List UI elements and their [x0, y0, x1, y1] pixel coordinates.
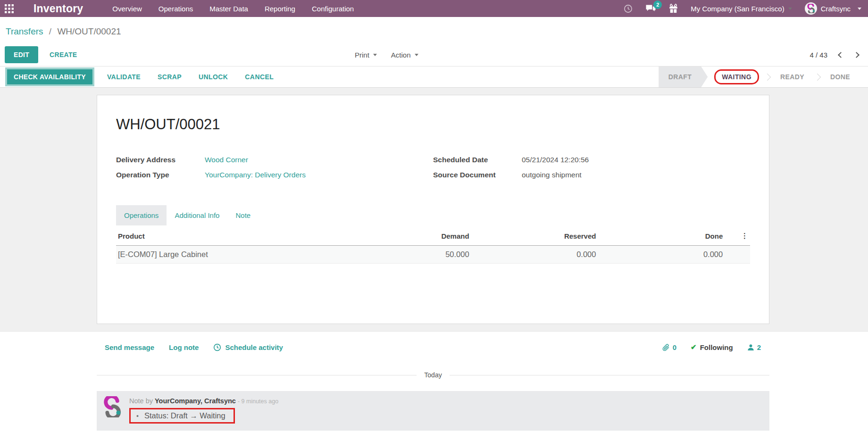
state-done[interactable]: DONE [819, 67, 861, 87]
following-button[interactable]: ✔ Following [691, 343, 733, 351]
check-icon: ✔ [691, 343, 697, 351]
tab-note[interactable]: Note [227, 205, 259, 225]
cell-reserved[interactable]: 0.000 [471, 246, 598, 264]
message-body: Status: Draft → Waiting [144, 411, 225, 420]
create-button[interactable]: CREATE [43, 46, 83, 63]
menu-reporting[interactable]: Reporting [265, 4, 295, 14]
messages-badge: 2 [653, 0, 662, 9]
scheduled-date-label: Scheduled Date [433, 155, 522, 165]
gift-icon[interactable] [669, 4, 678, 13]
tab-operations[interactable]: Operations [116, 205, 167, 225]
menu-overview[interactable]: Overview [112, 4, 142, 14]
cancel-button[interactable]: CANCEL [238, 69, 281, 84]
state-ready[interactable]: READY [769, 67, 816, 87]
cell-demand[interactable]: 50.000 [344, 246, 471, 264]
operations-table: Product Demand Reserved Done ⋮ [E-COM07]… [116, 226, 750, 264]
print-dropdown[interactable]: Print [355, 51, 377, 59]
log-note-button[interactable]: Log note [169, 343, 199, 351]
breadcrumb-current: WH/OUT/00021 [57, 26, 121, 36]
main-menu: Overview Operations Master Data Reportin… [112, 4, 354, 14]
form-sheet: WH/OUT/00021 Delivery Address Wood Corne… [97, 95, 769, 324]
schedule-activity-button[interactable]: Schedule activity [213, 343, 283, 351]
operation-type-label: Operation Type [116, 170, 205, 180]
validate-button[interactable]: VALIDATE [100, 69, 148, 84]
author-avatar[interactable] [101, 396, 123, 417]
state-pipeline: DRAFT WAITING READY DONE [659, 67, 868, 87]
paperclip-icon [662, 343, 670, 351]
scrap-button[interactable]: SCRAP [150, 69, 189, 84]
follower-count: 2 [757, 343, 761, 351]
bullet-icon: • [136, 412, 139, 420]
form-content: WH/OUT/00021 Delivery Address Wood Corne… [0, 88, 868, 331]
person-icon [747, 344, 754, 351]
annotation-highlight: • Status: Draft → Waiting [129, 408, 235, 424]
cell-product[interactable]: [E-COM07] Large Cabinet [116, 246, 344, 264]
user-menu[interactable]: Craftsync [805, 2, 861, 15]
send-message-button[interactable]: Send message [105, 343, 154, 351]
followers-button[interactable]: 2 [747, 343, 761, 351]
source-document-value: outgoing shipment [522, 170, 582, 180]
table-row[interactable]: [E-COM07] Large Cabinet 50.000 0.000 0.0… [116, 246, 750, 264]
activities-clock-icon[interactable] [624, 4, 633, 13]
delivery-address-label: Delivery Address [116, 155, 205, 165]
chatter-message: Note by YourCompany, Craftsync - 9 minut… [97, 391, 769, 431]
date-divider: Today [97, 371, 769, 379]
delivery-address-value[interactable]: Wood Corner [205, 155, 248, 165]
messages-icon[interactable]: 2 [645, 4, 656, 13]
scheduled-date-value: 05/21/2024 12:20:56 [522, 155, 589, 165]
company-name: My Company (San Francisco) [691, 5, 784, 13]
chevron-down-icon [858, 8, 861, 10]
source-document-label: Source Document [433, 170, 522, 180]
operation-type-value[interactable]: YourCompany: Delivery Orders [205, 170, 306, 180]
pager-value: 4 / 43 [810, 51, 827, 59]
check-availability-button[interactable]: CHECK AVAILABILITY [7, 69, 92, 84]
breadcrumb-separator: / [49, 26, 51, 36]
action-dropdown[interactable]: Action [391, 51, 418, 59]
attachments-button[interactable]: 0 [662, 343, 676, 351]
breadcrumb: Transfers / WH/OUT/00021 [6, 26, 868, 37]
app-title[interactable]: Inventory [33, 2, 83, 15]
statusbar: CHECK AVAILABILITY VALIDATE SCRAP UNLOCK… [0, 66, 868, 88]
chevron-down-icon [415, 54, 418, 56]
menu-operations[interactable]: Operations [159, 4, 193, 14]
control-panel: Transfers / WH/OUT/00021 EDIT CREATE Pri… [0, 17, 868, 66]
apps-grid-icon[interactable] [5, 4, 14, 13]
pager-next-icon[interactable] [853, 52, 860, 58]
col-product[interactable]: Product [116, 226, 344, 246]
company-switcher[interactable]: My Company (San Francisco) [691, 5, 792, 13]
message-type: Note by [129, 397, 153, 405]
pager-previous-icon[interactable] [838, 52, 844, 58]
user-avatar [805, 2, 817, 15]
col-reserved[interactable]: Reserved [471, 226, 598, 246]
chevron-down-icon [373, 54, 377, 56]
cell-done[interactable]: 0.000 [598, 246, 725, 264]
state-draft[interactable]: DRAFT [659, 67, 708, 87]
menu-configuration[interactable]: Configuration [312, 4, 354, 14]
edit-button[interactable]: EDIT [5, 46, 38, 63]
annotation-highlight: WAITING [714, 69, 759, 84]
column-options-icon[interactable]: ⋮ [725, 226, 750, 246]
menu-master-data[interactable]: Master Data [209, 4, 248, 14]
record-title: WH/OUT/00021 [116, 116, 750, 133]
top-navbar: Inventory Overview Operations Master Dat… [0, 0, 868, 17]
attachment-count: 0 [673, 343, 676, 351]
col-demand[interactable]: Demand [344, 226, 471, 246]
user-name: Craftsync [821, 5, 851, 13]
state-waiting[interactable]: WAITING [708, 67, 766, 87]
unlock-button[interactable]: UNLOCK [192, 69, 235, 84]
tab-additional-info[interactable]: Additional Info [167, 205, 227, 225]
chatter: Send message Log note Schedule activity … [0, 331, 868, 436]
chevron-down-icon [788, 8, 792, 10]
clock-icon [213, 343, 221, 351]
breadcrumb-transfers[interactable]: Transfers [6, 26, 43, 36]
message-author[interactable]: YourCompany, Craftsync [155, 397, 236, 405]
notebook-tabs: Operations Additional Info Note [116, 205, 750, 225]
message-timestamp: - 9 minutes ago [238, 398, 278, 405]
col-done[interactable]: Done [598, 226, 725, 246]
